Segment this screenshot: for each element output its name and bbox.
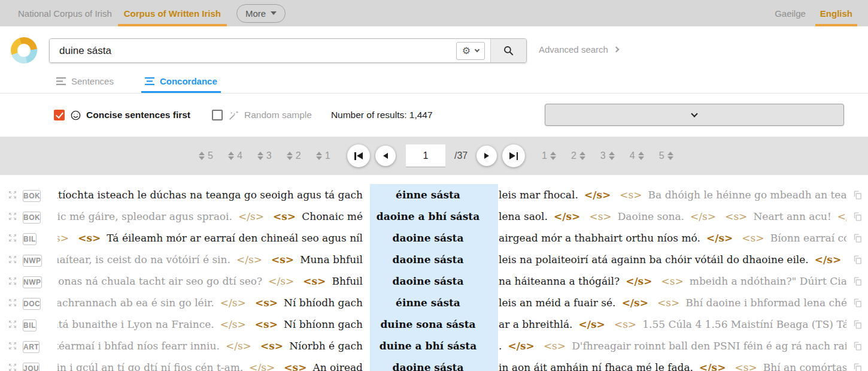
sort-left-5[interactable]: 5: [199, 150, 213, 161]
context-segment: Bíonn earraí cógaisío: [770, 232, 846, 244]
context-segment: <s>: [725, 210, 747, 222]
copy-row-button[interactable]: [846, 212, 868, 222]
right-context-sort-controls: 12345: [542, 137, 673, 175]
doc-type-badge: BOK: [23, 190, 41, 202]
sort-right-1[interactable]: 1: [542, 150, 556, 161]
expand-row-button[interactable]: [0, 212, 23, 221]
first-page-button[interactable]: [347, 144, 370, 167]
left-context: niu. </s> <s> Tá éileamh mór ar earraí d…: [57, 227, 364, 249]
concordance-row: BOK, chonaic mé gáire, spleodar agus spr…: [0, 206, 868, 227]
subcorpus-dropdown[interactable]: [545, 104, 844, 126]
context-segment: </s>: [226, 340, 251, 352]
language-gaeilge[interactable]: Gaeilge: [767, 0, 813, 26]
keyword[interactable]: daoine a bhí sásta: [364, 210, 492, 222]
search-input[interactable]: [50, 39, 456, 62]
doc-type-badge: NWP: [23, 255, 42, 267]
keyword[interactable]: daoine sásta: [364, 275, 492, 287]
context-segment: <s>: [742, 232, 764, 244]
copy-row-button[interactable]: [846, 276, 868, 286]
context-segment: · Obair achrannach ab ea é sin go léir.: [57, 297, 214, 309]
context-segment: </s>: [249, 361, 275, 371]
advanced-search-link[interactable]: Advanced search: [539, 44, 618, 55]
keyword[interactable]: daoine sásta: [364, 254, 492, 266]
next-icon: [484, 153, 489, 159]
sort-left-4[interactable]: 4: [228, 150, 242, 161]
context-segment: a roghnaítear, is ceist do na vótóirí é …: [57, 254, 230, 266]
previous-page-button[interactable]: [375, 146, 396, 166]
context-segment: </s>: [699, 361, 726, 371]
keyword[interactable]: éinne sásta: [364, 189, 492, 201]
expand-row-button[interactable]: [0, 276, 23, 286]
tab-concordance[interactable]: Concordance: [141, 76, 221, 93]
left-context: · Obair achrannach ab ea é sin go léir. …: [57, 292, 364, 313]
context-segment: </s>: [622, 297, 648, 309]
expand-row-button[interactable]: [0, 363, 23, 371]
copy-row-icon: [852, 233, 863, 243]
expand-row-button[interactable]: [0, 319, 23, 329]
random-sample-checkbox[interactable]: [212, 110, 223, 120]
sort-arrows-icon: [287, 152, 293, 160]
tab-label: Concordance: [160, 76, 217, 86]
context-segment: </s>: [584, 189, 611, 201]
copy-row-button[interactable]: [846, 233, 868, 243]
keyword[interactable]: duine sona sásta: [364, 318, 492, 330]
expand-row-button[interactable]: [0, 298, 23, 307]
copy-row-icon: [852, 276, 863, 286]
keyword[interactable]: daoine sásta: [364, 361, 492, 371]
search-submit-button[interactable]: [490, 39, 526, 62]
tab-sentences[interactable]: Sentences: [53, 76, 117, 93]
context-segment: </s>: [815, 254, 841, 266]
sort-arrows-icon: [550, 152, 556, 160]
last-page-button[interactable]: [502, 144, 525, 167]
left-context: , chonaic mé gáire, spleodar agus spraoi…: [57, 206, 364, 227]
copy-row-button[interactable]: [846, 363, 868, 371]
next-page-button[interactable]: [477, 146, 497, 166]
expand-row-button[interactable]: [0, 255, 23, 264]
skip-to-first-icon: [354, 152, 363, 160]
concise-sentences-checkbox[interactable]: [54, 110, 65, 120]
keyword[interactable]: duine a bhí sásta: [364, 340, 492, 352]
context-segment: An oiread: [312, 361, 363, 371]
context-segment: uil na téarmaí i bhfad níos fearr inniu.: [57, 340, 220, 352]
context-segment: Muna bhfuil: [300, 254, 363, 266]
doc-type-badge: NWP: [23, 276, 42, 288]
site-tab-national-corpus[interactable]: National Corpus of Irish: [12, 0, 118, 26]
copy-row-button[interactable]: [846, 298, 868, 308]
sort-right-5[interactable]: 5: [659, 150, 673, 161]
expand-row-button[interactable]: [0, 341, 23, 351]
copy-row-button[interactable]: [846, 190, 868, 200]
language-english[interactable]: English: [813, 0, 860, 26]
concordance-row: DOC· Obair achrannach ab ea é sin go léi…: [0, 292, 868, 313]
context-segment: </s>: [837, 210, 846, 222]
expand-row-button[interactable]: [0, 233, 23, 243]
sort-right-2[interactable]: 2: [571, 150, 585, 161]
context-segment: amhráin i gcúl an tí go dtí ní fios cén …: [57, 361, 243, 371]
sort-right-4[interactable]: 4: [630, 150, 644, 161]
site-tab-corpus-written-irish[interactable]: Corpus of Written Irish: [118, 0, 227, 26]
page-number-input[interactable]: [406, 144, 445, 167]
concordance-rows: BOKolaitíochta isteach le dúchas na tean…: [0, 184, 868, 371]
keyword[interactable]: daoine sásta: [364, 232, 492, 244]
expand-row-button[interactable]: [0, 190, 23, 200]
context-segment: lena saol.: [499, 210, 548, 222]
sort-left-3[interactable]: 3: [257, 150, 272, 161]
search-options-button[interactable]: ⚙: [456, 42, 485, 60]
site-tab-label: Corpus of Written Irish: [124, 8, 221, 19]
pagination-bar: 54321 /37 12345: [0, 137, 868, 175]
total-pages-label: /37: [454, 150, 468, 161]
context-segment: dha, "Conas ná chuala tacht air seo go d…: [57, 275, 262, 287]
keyword[interactable]: éinne sásta: [364, 297, 492, 309]
expand-row-icon: [8, 276, 17, 286]
sort-left-1[interactable]: 1: [316, 150, 330, 161]
sort-left-2[interactable]: 2: [287, 150, 301, 161]
copy-row-button[interactable]: [846, 319, 868, 330]
context-segment: olaitíochta isteach le dúchas na teanga …: [57, 189, 363, 201]
more-button[interactable]: More: [236, 4, 286, 23]
copy-row-button[interactable]: [846, 341, 868, 351]
copy-row-button[interactable]: [846, 255, 868, 265]
context-segment: </s>: [626, 275, 652, 287]
doc-type-badge: BOK: [23, 212, 41, 224]
right-context: . </s> <s> D'fhreagair roinnt ball den P…: [492, 335, 846, 357]
more-button-label: More: [245, 8, 266, 19]
sort-right-3[interactable]: 3: [600, 150, 615, 161]
